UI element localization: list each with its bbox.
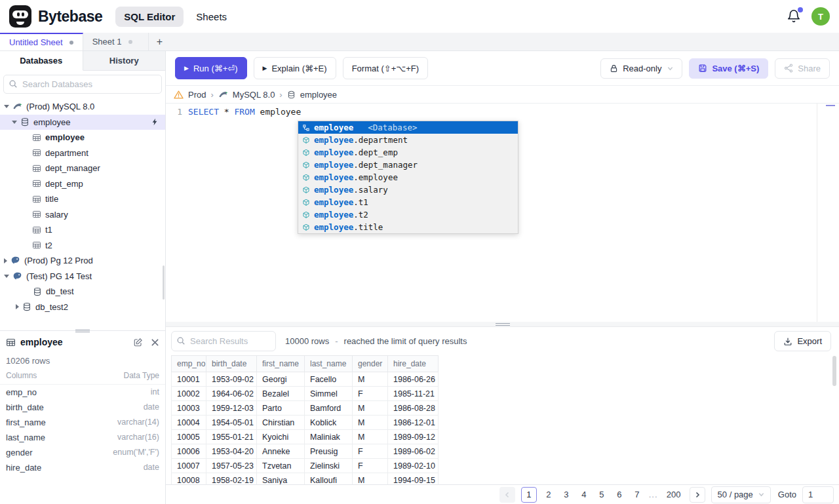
cell-first-name[interactable]: Anneke	[257, 444, 305, 459]
page-size-select[interactable]: 50 / page	[711, 486, 771, 503]
cell-hire-date[interactable]: 1989-06-02	[388, 444, 439, 459]
tree-item-table[interactable]: employee	[0, 130, 165, 145]
suggest-item[interactable]: employee.t1	[298, 196, 518, 208]
cell-gender[interactable]: M	[353, 416, 388, 430]
tree-item-table[interactable]: title	[0, 191, 165, 207]
cell-last-name[interactable]: Facello	[305, 372, 353, 387]
tree-item-pg-prod-instance[interactable]: (Prod) Pg 12 Prod	[0, 253, 165, 269]
page-button[interactable]: 3	[560, 490, 572, 499]
cell-last-name[interactable]: Bamford	[305, 401, 353, 416]
cell-last-name[interactable]: Preusig	[305, 444, 353, 459]
cell-birth-date[interactable]: 1953-04-20	[206, 444, 257, 459]
cell-emp-no[interactable]: 10001	[172, 372, 206, 387]
tree-item-table[interactable]: department	[0, 145, 165, 161]
breadcrumb-instance[interactable]: MySQL 8.0	[233, 90, 275, 100]
cell-emp-no[interactable]: 10003	[172, 401, 206, 416]
avatar[interactable]: T	[811, 7, 830, 26]
cell-last-name[interactable]: Koblick	[305, 416, 353, 430]
suggest-item[interactable]: employee.dept_manager	[298, 159, 518, 171]
column-header[interactable]: gender	[353, 356, 388, 372]
cell-hire-date[interactable]: 1986-06-26	[388, 372, 439, 387]
cell-emp-no[interactable]: 10005	[172, 430, 206, 444]
sidebar-scrollbar[interactable]	[163, 265, 165, 300]
cell-gender[interactable]: F	[353, 444, 388, 459]
cell-last-name[interactable]: Maliniak	[305, 430, 353, 444]
split-resize-handle[interactable]	[496, 322, 510, 326]
explain-button[interactable]: ▶ Explain (⌘+E)	[254, 57, 336, 79]
chevron-down-icon[interactable]	[4, 275, 9, 278]
cell-hire-date[interactable]: 1985-11-21	[388, 387, 439, 401]
nav-sql-editor[interactable]: SQL Editor	[115, 7, 184, 27]
cell-gender[interactable]: M	[353, 372, 388, 387]
share-button[interactable]: Share	[775, 58, 830, 79]
cell-birth-date[interactable]: 1959-12-03	[206, 401, 257, 416]
cell-birth-date[interactable]: 1958-02-19	[206, 473, 257, 485]
suggest-item-selected[interactable]: employee <Database>	[298, 121, 518, 134]
edit-icon[interactable]	[133, 338, 143, 347]
cell-birth-date[interactable]: 1964-06-02	[206, 387, 257, 401]
column-header[interactable]: last_name	[305, 356, 353, 372]
close-icon[interactable]	[151, 338, 159, 347]
prev-page-button[interactable]	[499, 487, 515, 503]
tab-sheet-1[interactable]: Sheet 1	[83, 33, 149, 50]
sidebar-tab-databases[interactable]: Databases	[0, 51, 83, 71]
nav-sheets[interactable]: Sheets	[187, 7, 235, 27]
cell-emp-no[interactable]: 10007	[172, 459, 206, 473]
tree-item-table[interactable]: salary	[0, 207, 165, 223]
cell-gender[interactable]: F	[353, 387, 388, 401]
tree-item-database-db-test2[interactable]: db_test2	[0, 300, 165, 315]
cell-first-name[interactable]: Kyoichi	[257, 430, 305, 444]
suggest-item[interactable]: employee.salary	[298, 184, 518, 196]
cell-birth-date[interactable]: 1954-05-01	[206, 416, 257, 430]
cell-gender[interactable]: M	[353, 473, 388, 485]
suggest-item[interactable]: employee.dept_emp	[298, 146, 518, 159]
export-button[interactable]: Export	[774, 331, 831, 351]
breadcrumb-database[interactable]: employee	[300, 90, 337, 100]
tree-item-mysql-instance[interactable]: (Prod) MySQL 8.0	[0, 99, 165, 115]
add-sheet-button[interactable]: +	[149, 33, 170, 50]
cell-emp-no[interactable]: 10006	[172, 444, 206, 459]
cell-hire-date[interactable]: 1994-09-15	[388, 473, 439, 485]
cell-first-name[interactable]: Chirstian	[257, 416, 305, 430]
cell-last-name[interactable]: Zielinski	[305, 459, 353, 473]
notification-bell-icon[interactable]	[787, 9, 801, 24]
column-header[interactable]: hire_date	[388, 356, 439, 372]
page-button[interactable]: 2	[543, 490, 555, 499]
breadcrumb-environment[interactable]: Prod	[188, 90, 206, 100]
cell-first-name[interactable]: Tzvetan	[257, 459, 305, 473]
chevron-right-icon[interactable]	[16, 304, 19, 309]
cell-last-name[interactable]: Kalloufi	[305, 473, 353, 485]
suggest-item[interactable]: employee.title	[298, 221, 518, 233]
tab-untitled-sheet[interactable]: Untitled Sheet	[0, 33, 83, 50]
cell-first-name[interactable]: Bezalel	[257, 387, 305, 401]
sidebar-tab-history[interactable]: History	[83, 51, 166, 71]
cell-last-name[interactable]: Simmel	[305, 387, 353, 401]
cell-birth-date[interactable]: 1953-09-02	[206, 372, 257, 387]
chevron-down-icon[interactable]	[12, 121, 17, 124]
cell-hire-date[interactable]: 1986-08-28	[388, 401, 439, 416]
page-button-current[interactable]: 1	[521, 487, 537, 503]
cell-emp-no[interactable]: 10004	[172, 416, 206, 430]
cell-birth-date[interactable]: 1957-05-23	[206, 459, 257, 473]
database-search-input[interactable]	[3, 75, 162, 94]
format-button[interactable]: Format (⇧+⌥+F)	[343, 57, 428, 79]
next-page-button[interactable]	[690, 487, 705, 503]
page-button[interactable]: 7	[631, 490, 643, 499]
bytebase-logo-icon[interactable]	[9, 5, 31, 28]
suggest-item[interactable]: employee.t2	[298, 208, 518, 221]
page-button[interactable]: 5	[596, 490, 608, 499]
goto-page-input[interactable]	[802, 486, 834, 503]
results-search-input[interactable]	[171, 331, 276, 351]
cell-first-name[interactable]: Parto	[257, 401, 305, 416]
cell-gender[interactable]: M	[353, 401, 388, 416]
tree-item-pg-test-instance[interactable]: (Test) PG 14 Test	[0, 269, 165, 284]
tree-item-database-db-test[interactable]: db_test	[0, 284, 165, 300]
page-button[interactable]: 4	[578, 490, 590, 499]
results-scrollbar[interactable]	[832, 356, 836, 386]
panel-resize-handle[interactable]	[75, 328, 90, 333]
cell-first-name[interactable]: Georgi	[257, 372, 305, 387]
cell-birth-date[interactable]: 1955-01-21	[206, 430, 257, 444]
suggest-item[interactable]: employee.department	[298, 134, 518, 146]
tree-item-table[interactable]: t1	[0, 222, 165, 238]
column-header[interactable]: emp_no	[172, 356, 206, 372]
